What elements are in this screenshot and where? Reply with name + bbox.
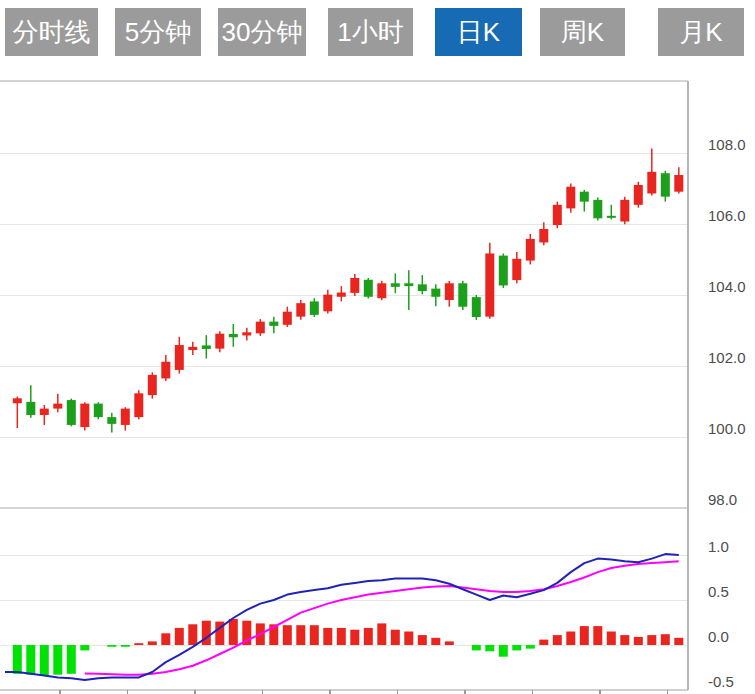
candle-body — [580, 192, 589, 202]
candle-body — [175, 345, 184, 370]
indicator-axis-label: 1.0 — [708, 538, 729, 555]
candle-body — [337, 293, 346, 297]
candle-body — [107, 417, 116, 424]
macd-histogram-bar — [283, 625, 292, 645]
macd-histogram-bar — [323, 628, 332, 645]
candle-body — [323, 295, 332, 312]
candle-body — [242, 332, 251, 335]
macd-histogram-bar — [580, 626, 589, 645]
candle-body — [634, 185, 643, 205]
candle-body — [188, 347, 197, 350]
candle-body — [67, 400, 76, 425]
macd-histogram-bar — [202, 621, 211, 645]
macd-histogram-bar — [526, 645, 535, 649]
macd-histogram-bar — [53, 645, 62, 675]
macd-histogram-bar — [310, 625, 319, 645]
macd-histogram-bar — [107, 645, 116, 647]
candle-body — [404, 283, 413, 286]
candle-body — [485, 253, 494, 316]
candle-body — [661, 173, 670, 196]
candle-body — [269, 322, 278, 326]
indicator-axis-label: -0.5 — [708, 673, 734, 690]
price-axis-label: 108.0 — [708, 136, 746, 153]
candle-body — [593, 200, 602, 218]
macd-histogram-bar — [404, 632, 413, 646]
candle-body — [134, 393, 143, 417]
macd-histogram-bar — [229, 619, 238, 645]
candle-body — [310, 301, 319, 314]
macd-histogram-bar — [121, 645, 130, 647]
macd-histogram-bar — [40, 645, 49, 676]
macd-histogram-bar — [661, 634, 670, 645]
price-axis-label: 106.0 — [708, 207, 746, 224]
candle-body — [499, 256, 508, 286]
candle-body — [161, 362, 170, 379]
macd-histogram-bar — [337, 628, 346, 645]
macd-histogram-bar — [80, 645, 89, 650]
candle-body — [418, 284, 427, 291]
candle-body — [13, 398, 22, 403]
candle-body — [350, 278, 359, 293]
macd-histogram-bar — [13, 645, 22, 674]
candle-body — [674, 175, 683, 192]
macd-histogram-bar — [445, 641, 454, 645]
macd-histogram-bar — [134, 643, 143, 645]
candle-body — [148, 375, 157, 395]
candle-body — [26, 402, 35, 415]
macd-histogram-bar — [634, 637, 643, 645]
candle-body — [553, 205, 562, 225]
candle-body — [431, 289, 440, 297]
macd-histogram-bar — [418, 635, 427, 645]
candle-body — [215, 334, 224, 349]
macd-histogram-bar — [566, 632, 575, 646]
indicator-axis-label: 0.5 — [708, 583, 729, 600]
candle-body — [566, 187, 575, 209]
macd-histogram-bar — [647, 635, 656, 645]
candle-body — [607, 216, 616, 218]
price-axis-label: 104.0 — [708, 278, 746, 295]
macd-histogram-bar — [620, 635, 629, 645]
macd-histogram-bar — [391, 630, 400, 645]
macd-histogram-bar — [539, 640, 548, 645]
dif-line — [5, 554, 679, 680]
macd-histogram-bar — [607, 632, 616, 646]
macd-histogram-bar — [674, 638, 683, 645]
candle-body — [121, 409, 130, 425]
macd-histogram-bar — [188, 624, 197, 645]
candle-body — [229, 334, 238, 337]
indicator-axis-label: 0.0 — [708, 628, 729, 645]
price-axis-label: 100.0 — [708, 420, 746, 437]
candle-body — [296, 303, 305, 316]
candle-body — [40, 409, 49, 415]
candle-body — [526, 239, 535, 261]
macd-histogram-bar — [296, 625, 305, 645]
macd-histogram-bar — [148, 641, 157, 645]
candle-body — [472, 297, 481, 317]
candle-body — [647, 172, 656, 194]
macd-histogram-bar — [593, 626, 602, 645]
candle-body — [377, 283, 386, 298]
candle-body — [620, 200, 629, 222]
candle-body — [391, 283, 400, 287]
macd-histogram-bar — [472, 645, 481, 650]
price-axis-label: 98.0 — [708, 491, 737, 508]
candle-body — [202, 345, 211, 349]
candle-body — [53, 404, 62, 409]
candle-body — [512, 259, 521, 280]
macd-histogram-bar — [161, 633, 170, 645]
candle-body — [458, 283, 467, 306]
candle-body — [94, 404, 103, 417]
candlestick-macd-chart: 108.0106.0104.0102.0100.098.01.00.50.0-0… — [0, 0, 755, 694]
macd-histogram-bar — [350, 630, 359, 645]
macd-histogram-bar — [431, 638, 440, 645]
candle-body — [283, 312, 292, 325]
macd-histogram-bar — [26, 645, 35, 675]
macd-histogram-bar — [364, 628, 373, 645]
macd-histogram-bar — [377, 623, 386, 645]
candle-body — [256, 322, 265, 334]
macd-histogram-bar — [499, 645, 508, 657]
macd-histogram-bar — [175, 628, 184, 645]
macd-histogram-bar — [67, 645, 76, 674]
macd-histogram-bar — [512, 645, 521, 650]
candle-body — [539, 229, 548, 242]
